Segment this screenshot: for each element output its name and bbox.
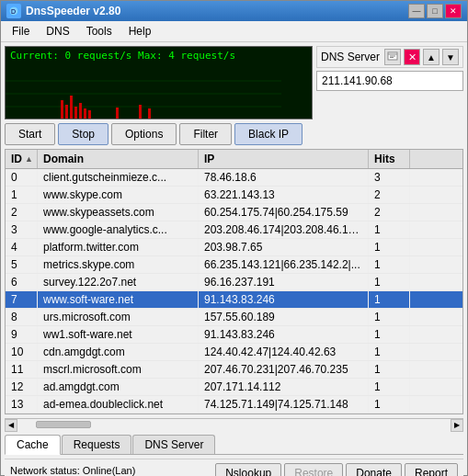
cell-id: 11 — [6, 361, 38, 378]
svg-rect-19 — [390, 57, 394, 58]
table-body[interactable]: 0client.gutscheinmieze.c...78.46.18.631w… — [6, 169, 462, 414]
cell-hits: 1 — [369, 344, 410, 360]
cell-id: 1 — [6, 187, 38, 203]
svg-text:D: D — [11, 8, 16, 15]
svg-rect-18 — [390, 56, 395, 57]
table-row[interactable]: 7www.soft-ware.net91.143.83.2461 — [6, 291, 462, 309]
dns-ip-input[interactable] — [316, 71, 463, 91]
table-row[interactable]: 1www.skype.com63.221.143.132 — [6, 187, 462, 204]
table-row[interactable]: 11mscrl.microsoft.com207.46.70.231|207.4… — [6, 361, 462, 379]
dns-add-button[interactable] — [384, 49, 401, 65]
status-left: Network status: Online(Lan) DNS server: … — [10, 463, 208, 476]
title-bar-left: D DnsSpeeder v2.80 — [6, 4, 120, 18]
start-button[interactable]: Start — [5, 123, 55, 145]
cell-domain: urs.microsoft.com — [38, 309, 199, 325]
table-row[interactable]: 6survey.122.2o7.net96.16.237.1911 — [6, 274, 462, 291]
cell-id: 6 — [6, 274, 38, 290]
table-row[interactable]: 5metrics.skype.com66.235.143.121|66.235.… — [6, 256, 462, 274]
cell-ip: 124.40.42.47|124.40.42.63 — [199, 344, 369, 360]
svg-rect-14 — [139, 105, 142, 119]
menu-item-tools[interactable]: Tools — [79, 23, 120, 40]
donate-button[interactable]: Donate — [346, 463, 402, 476]
cell-id: 2 — [6, 204, 38, 221]
table-header: ID ▲ Domain IP Hits — [6, 150, 462, 169]
th-hits[interactable]: Hits — [369, 150, 410, 168]
cell-domain: ad.amgdgt.com — [38, 379, 199, 395]
cell-ip: 203.98.7.65 — [199, 239, 369, 255]
svg-rect-11 — [84, 108, 86, 119]
dns-down-button[interactable]: ▼ — [442, 49, 459, 65]
tab-dns-server[interactable]: DNS Server — [132, 435, 215, 454]
table-row[interactable]: 12ad.amgdgt.com207.171.14.1121 — [6, 379, 462, 396]
status-right: Nslookup Restore Donate Report Go — [215, 463, 458, 476]
nslookup-button[interactable]: Nslookup — [215, 463, 281, 476]
cell-ip: 207.171.14.112 — [199, 379, 369, 395]
svg-rect-9 — [74, 107, 77, 119]
blackip-button[interactable]: Black IP — [234, 123, 302, 145]
cell-ip: 60.254.175.74|60.254.175.59 — [199, 204, 369, 221]
table-row[interactable]: 4platform.twitter.com203.98.7.651 — [6, 239, 462, 256]
svg-rect-12 — [88, 110, 91, 119]
table-row[interactable]: 8urs.microsoft.com157.55.60.1891 — [6, 309, 462, 326]
dns-delete-button[interactable]: ✕ — [404, 49, 420, 65]
cell-id: 9 — [6, 326, 38, 343]
table-row[interactable]: 10cdn.amgdgt.com124.40.42.47|124.40.42.6… — [6, 344, 462, 361]
table-row[interactable]: 13ad-emea.doubleclick.net74.125.71.149|7… — [6, 396, 462, 414]
table-row[interactable]: 3www.google-analytics.c...203.208.46.174… — [6, 221, 462, 239]
table-row[interactable]: 0client.gutscheinmieze.c...78.46.18.63 — [6, 169, 462, 187]
svg-rect-10 — [79, 103, 82, 119]
dns-server-panel: DNS Server ✕ ▲ ▼ — [316, 46, 463, 119]
table-row[interactable]: 2www.skypeassets.com60.254.175.74|60.254… — [6, 204, 462, 221]
svg-rect-15 — [148, 108, 151, 119]
minimize-button[interactable]: — — [408, 4, 425, 18]
tab-requests[interactable]: Requests — [62, 435, 132, 454]
filter-button[interactable]: Filter — [179, 123, 232, 145]
graph-area: Current: 0 request/s Max: 4 request/s — [5, 46, 313, 119]
cell-hits: 2 — [369, 204, 410, 221]
cell-hits: 1 — [369, 326, 410, 343]
bottom-tabs: Cache Requests DNS Server — [5, 435, 463, 455]
cell-domain: ad-emea.doubleclick.net — [38, 396, 199, 413]
restore-button[interactable]: Restore — [284, 463, 343, 476]
hscroll-left-arrow[interactable]: ◀ — [5, 419, 17, 432]
svg-rect-7 — [65, 105, 68, 119]
cell-hits: 1 — [369, 221, 410, 238]
hscroll-thumb[interactable] — [36, 421, 91, 428]
cell-domain: ww1.soft-ware.net — [38, 326, 199, 343]
cell-ip: 78.46.18.6 — [199, 169, 369, 186]
cell-id: 4 — [6, 239, 38, 255]
th-domain[interactable]: Domain — [38, 150, 199, 168]
dns-up-button[interactable]: ▲ — [423, 49, 439, 65]
menu-item-help[interactable]: Help — [121, 23, 159, 40]
cell-domain: metrics.skype.com — [38, 256, 199, 273]
cell-id: 10 — [6, 344, 38, 360]
report-button[interactable]: Report — [405, 463, 458, 476]
table-row[interactable]: 9ww1.soft-ware.net91.143.83.2461 — [6, 326, 462, 344]
cell-hits: 1 — [369, 396, 410, 413]
close-button[interactable]: ✕ — [445, 4, 462, 18]
cell-domain: www.google-analytics.c... — [38, 221, 199, 238]
stop-button[interactable]: Stop — [58, 123, 108, 145]
cell-domain: www.skypeassets.com — [38, 204, 199, 221]
menu-item-dns[interactable]: DNS — [39, 23, 76, 40]
options-button[interactable]: Options — [111, 123, 177, 145]
cell-ip: 74.125.71.149|74.125.71.148 — [199, 396, 369, 413]
maximize-button[interactable]: □ — [427, 4, 443, 18]
th-id[interactable]: ID ▲ — [6, 150, 38, 168]
hscroll-bar[interactable]: ◀ ▶ — [5, 418, 463, 431]
cell-hits: 1 — [369, 379, 410, 395]
menu-item-file[interactable]: File — [5, 23, 37, 40]
title-bar: D DnsSpeeder v2.80 — □ ✕ — [1, 1, 467, 21]
cell-ip: 96.16.237.191 — [199, 274, 369, 290]
hscroll-right-arrow[interactable]: ▶ — [451, 419, 463, 432]
th-ip[interactable]: IP — [199, 150, 369, 168]
main-window: D DnsSpeeder v2.80 — □ ✕ FileDNSToolsHel… — [0, 0, 468, 476]
tab-cache[interactable]: Cache — [5, 435, 61, 455]
cell-domain: www.soft-ware.net — [38, 291, 199, 308]
cell-hits: 1 — [369, 291, 410, 308]
cell-hits: 1 — [369, 309, 410, 325]
cell-id: 8 — [6, 309, 38, 325]
cell-hits: 1 — [369, 274, 410, 290]
graph-svg — [6, 68, 281, 119]
cell-domain: platform.twitter.com — [38, 239, 199, 255]
